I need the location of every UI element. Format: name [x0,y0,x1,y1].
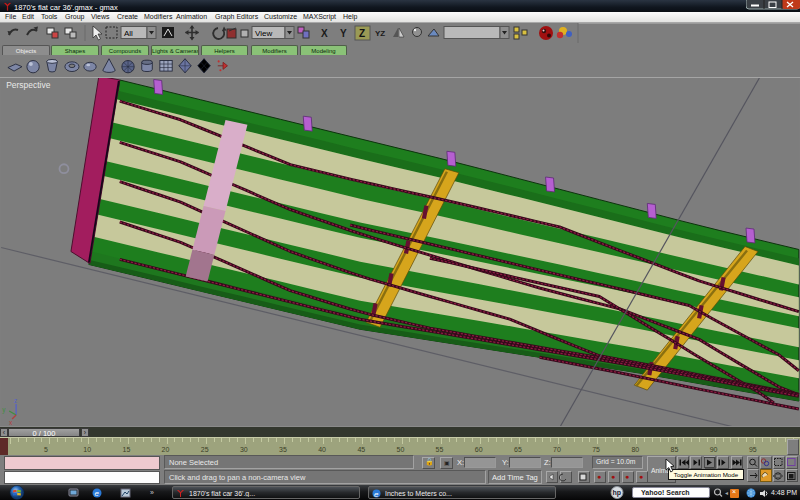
svg-text:X: X [321,28,328,39]
svg-text:View: View [255,29,272,38]
svg-text:e: e [95,489,100,498]
svg-text:All: All [124,29,133,38]
svg-text:Y: Y [340,28,347,39]
svg-text:Perspective: Perspective [6,80,51,90]
svg-text:Z: Z [359,28,365,39]
svg-text:hp: hp [613,489,622,497]
svg-text:z: z [14,397,17,404]
svg-text:YZ: YZ [375,29,385,38]
svg-text:e: e [374,490,379,499]
svg-text:»: » [150,489,154,496]
